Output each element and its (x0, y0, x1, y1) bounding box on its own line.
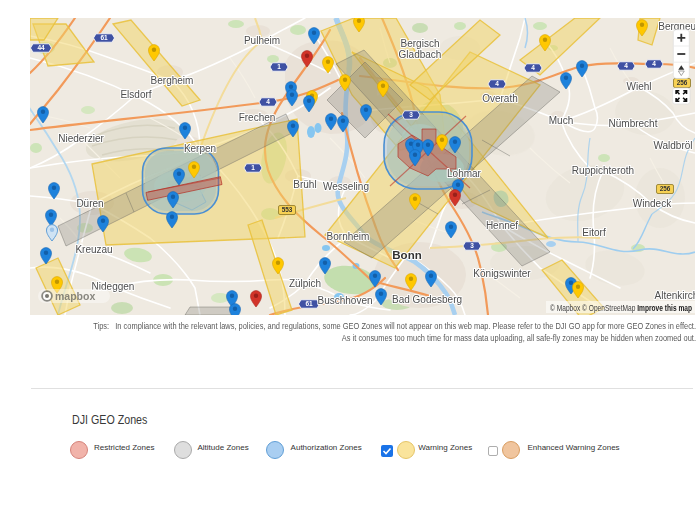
svg-text:Bornheim: Bornheim (327, 231, 370, 242)
svg-text:1: 1 (277, 63, 281, 70)
svg-text:Ruppichteroth: Ruppichteroth (572, 165, 634, 176)
svg-text:4: 4 (652, 60, 656, 67)
svg-text:Windeck: Windeck (633, 198, 672, 209)
svg-text:Wesseling: Wesseling (323, 181, 369, 192)
svg-text:mapbox: mapbox (55, 290, 95, 302)
svg-text:Niederzier: Niederzier (58, 133, 104, 144)
svg-text:Lohmar: Lohmar (447, 168, 482, 179)
svg-text:Frechen: Frechen (239, 112, 276, 123)
svg-text:4: 4 (495, 80, 499, 87)
svg-text:4: 4 (624, 62, 628, 69)
svg-text:61: 61 (100, 34, 108, 41)
svg-text:Overath: Overath (482, 93, 518, 104)
svg-text:61: 61 (305, 300, 313, 307)
svg-text:4: 4 (266, 98, 270, 105)
svg-text:Waldbröl: Waldbröl (653, 140, 692, 151)
svg-text:44: 44 (37, 44, 45, 51)
svg-text:Wiehl: Wiehl (626, 81, 651, 92)
svg-text:Düren: Düren (76, 198, 103, 209)
svg-text:4: 4 (531, 64, 535, 71)
svg-text:Much: Much (549, 115, 573, 126)
svg-text:1: 1 (251, 164, 255, 171)
svg-text:Gladbach: Gladbach (399, 49, 442, 60)
svg-text:Bonn: Bonn (392, 249, 421, 261)
svg-text:Bad Godesberg: Bad Godesberg (392, 294, 462, 305)
svg-text:Buschhoven: Buschhoven (317, 295, 372, 306)
svg-text:Nümbrecht: Nümbrecht (609, 118, 658, 129)
svg-text:Königswinter: Königswinter (473, 268, 531, 279)
svg-text:256: 256 (660, 185, 671, 192)
svg-text:Elsdorf: Elsdorf (120, 89, 151, 100)
svg-text:Brühl: Brühl (293, 179, 316, 190)
svg-text:Kreuzau: Kreuzau (75, 244, 112, 255)
svg-text:© Mapbox © OpenStreetMap Impro: © Mapbox © OpenStreetMap Improve this ma… (550, 303, 692, 313)
svg-text:Bergheim: Bergheim (151, 75, 194, 86)
svg-text:Hennef: Hennef (486, 220, 518, 231)
svg-text:Altenkirchen: Altenkirchen (654, 290, 695, 301)
svg-text:553: 553 (282, 206, 293, 213)
svg-text:Kerpen: Kerpen (184, 143, 216, 154)
svg-text:3: 3 (409, 111, 413, 118)
svg-text:3: 3 (470, 242, 474, 249)
svg-text:Eitorf: Eitorf (582, 227, 606, 238)
svg-text:256: 256 (677, 79, 688, 86)
svg-text:Zülpich: Zülpich (289, 278, 321, 289)
svg-text:Pulheim: Pulheim (244, 35, 280, 46)
svg-text:Bergisch: Bergisch (401, 38, 440, 49)
